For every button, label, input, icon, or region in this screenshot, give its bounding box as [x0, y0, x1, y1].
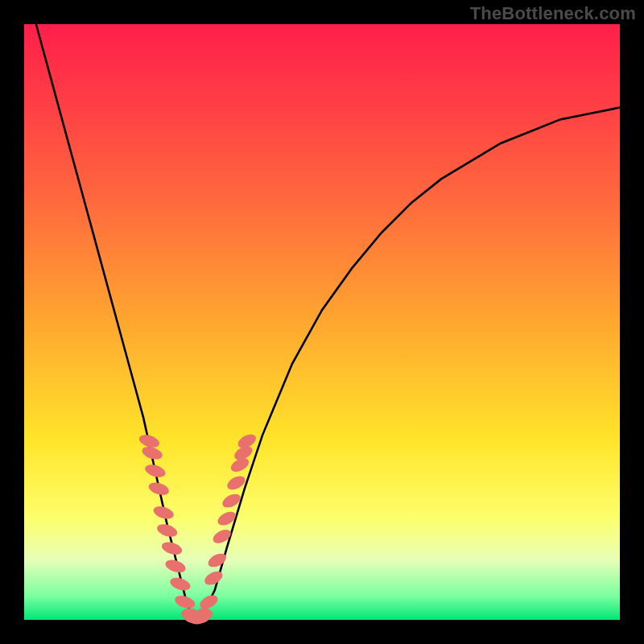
svg-point-13 [211, 527, 233, 547]
svg-point-24 [196, 609, 213, 620]
chart-plot-area [24, 24, 620, 620]
watermark-text: TheBottleneck.com [470, 3, 636, 24]
svg-point-2 [143, 462, 167, 479]
chart-svg [24, 24, 620, 620]
bottleneck-curve [36, 24, 620, 620]
svg-point-11 [202, 568, 225, 588]
chart-frame: TheBottleneck.com [0, 0, 644, 644]
curve-beads [138, 431, 258, 624]
